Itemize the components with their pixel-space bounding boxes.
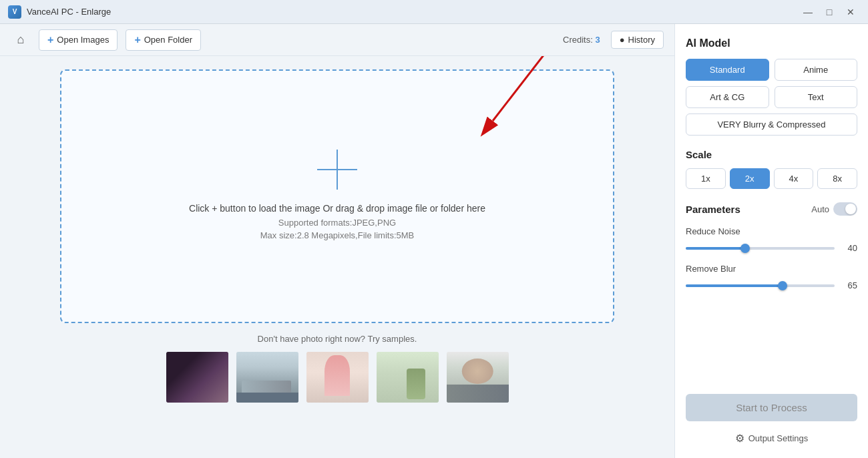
scale-1x-button[interactable]: 1x: [686, 168, 726, 189]
params-title: Parameters: [686, 204, 740, 215]
history-icon: ●: [620, 35, 625, 45]
scale-title: Scale: [686, 149, 857, 160]
sample-image-1[interactable]: [165, 351, 230, 404]
scale-2x-button[interactable]: 2x: [730, 168, 770, 189]
reduce-noise-value: 40: [841, 243, 857, 253]
drop-zone-area: Click + button to load the image Or drag…: [0, 56, 674, 458]
reduce-noise-fill: [686, 247, 745, 250]
toolbar: ⌂ + Open Images + Open Folder Credits: 3…: [0, 24, 674, 56]
title-bar-left: V VanceAI PC - Enlarge: [8, 5, 111, 19]
scale-4x-button[interactable]: 4x: [774, 168, 814, 189]
auto-label: Auto: [811, 204, 829, 214]
scale-8x-button[interactable]: 8x: [817, 168, 857, 189]
remove-blur-value: 65: [841, 280, 857, 290]
drop-zone-text: Click + button to load the image Or drag…: [189, 203, 485, 243]
model-artcg-button[interactable]: Art & CG: [686, 86, 769, 108]
toggle-knob: [845, 204, 856, 214]
drop-zone[interactable]: Click + button to load the image Or drag…: [60, 69, 614, 323]
add-icon: [317, 150, 357, 190]
samples-section: Don't have photo right now? Try samples.: [60, 334, 614, 404]
reduce-noise-thumb[interactable]: [740, 244, 750, 253]
model-veryblurry-button[interactable]: VERY Blurry & Compressed: [686, 113, 857, 136]
left-panel: ⌂ + Open Images + Open Folder Credits: 3…: [0, 24, 674, 458]
drop-zone-main-text: Click + button to load the image Or drag…: [189, 203, 485, 214]
credits-count: 3: [595, 35, 600, 45]
auto-row: Auto: [811, 202, 857, 216]
model-text-button[interactable]: Text: [775, 86, 858, 108]
open-images-label: Open Images: [57, 35, 109, 45]
window-controls: — □ ✕: [799, 3, 860, 21]
plus-icon: +: [47, 34, 53, 46]
open-images-button[interactable]: + Open Images: [39, 29, 118, 51]
right-panel: AI Model Standard Anime Art & CG Text VE…: [674, 24, 868, 458]
home-button[interactable]: ⌂: [11, 30, 31, 50]
ai-model-title: AI Model: [686, 37, 857, 49]
open-folder-label: Open Folder: [144, 35, 192, 45]
arrow-indicator: [439, 56, 586, 144]
plus-icon-2: +: [134, 34, 140, 46]
output-settings[interactable]: ⚙ Output Settings: [686, 432, 857, 445]
samples-row: [60, 351, 614, 404]
reduce-noise-label: Reduce Noise: [686, 226, 857, 236]
sample-image-2[interactable]: [235, 351, 300, 404]
remove-blur-fill: [686, 284, 783, 287]
app-icon: V: [8, 5, 21, 19]
open-folder-button[interactable]: + Open Folder: [126, 29, 201, 51]
reduce-noise-track[interactable]: [686, 247, 835, 250]
params-section: Parameters Auto Reduce Noise 40 Remove B: [686, 202, 857, 301]
reduce-noise-slider-row: 40: [686, 243, 857, 253]
remove-blur-slider-row: 65: [686, 280, 857, 290]
drop-zone-sub-text2: Max size:2.8 Megapixels,File limits:5MB: [189, 230, 485, 240]
toolbar-left: ⌂ + Open Images + Open Folder: [11, 29, 201, 51]
gear-icon: ⚙: [735, 432, 744, 445]
sample-image-3[interactable]: [305, 351, 370, 404]
auto-toggle[interactable]: [833, 202, 857, 216]
model-anime-button[interactable]: Anime: [775, 59, 858, 81]
remove-blur-track[interactable]: [686, 284, 835, 287]
start-process-button[interactable]: Start to Process: [686, 394, 857, 421]
credits-label: Credits: 3: [563, 35, 600, 45]
model-grid: Standard Anime Art & CG Text VERY Blurry…: [686, 59, 857, 136]
drop-zone-sub-text1: Supported formats:JPEG,PNG: [189, 218, 485, 228]
svg-line-1: [493, 56, 573, 121]
main-layout: ⌂ + Open Images + Open Folder Credits: 3…: [0, 24, 868, 458]
remove-blur-label: Remove Blur: [686, 264, 857, 274]
minimize-button[interactable]: —: [799, 3, 817, 21]
sample-image-5[interactable]: [445, 351, 510, 404]
history-label: History: [628, 35, 655, 45]
toolbar-right: Credits: 3 ● History: [563, 31, 664, 49]
model-standard-button[interactable]: Standard: [686, 59, 769, 81]
app-title: VanceAI PC - Enlarge: [27, 7, 111, 17]
output-settings-label: Output Settings: [748, 433, 809, 443]
scale-buttons: 1x 2x 4x 8x: [686, 168, 857, 189]
samples-label: Don't have photo right now? Try samples.: [60, 334, 614, 344]
sample-image-4[interactable]: [375, 351, 440, 404]
title-bar: V VanceAI PC - Enlarge — □ ✕: [0, 0, 868, 24]
history-button[interactable]: ● History: [611, 31, 664, 49]
remove-blur-thumb[interactable]: [778, 281, 787, 290]
maximize-button[interactable]: □: [820, 3, 839, 21]
scale-section: Scale 1x 2x 4x 8x: [686, 149, 857, 189]
params-header: Parameters Auto: [686, 202, 857, 216]
close-button[interactable]: ✕: [841, 3, 860, 21]
